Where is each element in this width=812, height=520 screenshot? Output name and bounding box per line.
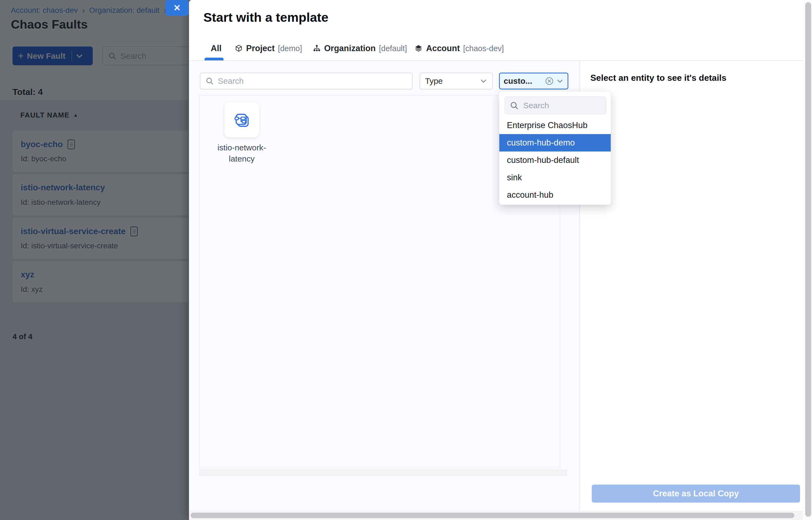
dropdown-option-account-hub[interactable]: account-hub (499, 186, 611, 204)
modal-close-button[interactable]: ✕ (165, 0, 189, 16)
layers-icon (414, 44, 423, 53)
create-button-label: Create as Local Copy (653, 489, 739, 498)
modal-horizontal-scrollbar-thumb[interactable] (191, 513, 794, 518)
chaoshub-filter-select[interactable]: custo... (499, 73, 568, 89)
tab-label: Project (246, 44, 274, 53)
search-icon (509, 101, 519, 110)
page-vertical-scrollbar-track (803, 0, 812, 520)
clear-filter-icon[interactable] (545, 76, 554, 86)
search-icon (205, 77, 214, 85)
screen: Account: chaos-dev › Organization: defau… (0, 0, 812, 520)
modal-title: Start with a template (203, 10, 329, 25)
org-tree-icon (313, 44, 321, 52)
close-icon: ✕ (174, 3, 181, 13)
details-panel: Select an entity to see it's details (580, 61, 803, 511)
grid-horizontal-scrollbar[interactable] (199, 470, 567, 476)
chaoshub-dropdown-menu: Enterprise ChaosHub custom-hub-demo cust… (499, 92, 611, 205)
experiment-template-icon (233, 111, 251, 129)
create-as-local-copy-button[interactable]: Create as Local Copy (592, 485, 800, 502)
dropdown-option-custom-hub-demo[interactable]: custom-hub-demo (499, 134, 611, 152)
dropdown-options-list: Enterprise ChaosHub custom-hub-demo cust… (499, 117, 611, 204)
chevron-down-icon (480, 77, 487, 85)
dropdown-search-box (504, 96, 607, 114)
chevron-down-icon (556, 77, 564, 85)
tab-scope: [default] (379, 44, 407, 53)
type-filter-value: Type (425, 76, 443, 86)
start-with-template-modal: Start with a template All Project [demo]… (189, 0, 803, 520)
tab-label: All (211, 44, 221, 53)
cube-icon (235, 44, 243, 52)
details-empty-message: Select an entity to see it's details (591, 73, 726, 83)
tab-scope: [demo] (278, 44, 302, 53)
dropdown-option-custom-hub-default[interactable]: custom-hub-default (499, 152, 611, 169)
template-search-box (200, 73, 413, 89)
dropdown-option-enterprise-chaoshub[interactable]: Enterprise ChaosHub (499, 117, 611, 134)
tab-all[interactable]: All (211, 44, 221, 53)
template-card-label: istio-network-latency (205, 142, 278, 164)
tab-label: Account (426, 44, 460, 53)
tab-organization[interactable]: Organization [default] (313, 44, 407, 53)
template-card-istio-network-latency[interactable] (224, 102, 259, 137)
tab-label: Organization (324, 44, 375, 53)
template-search-input[interactable] (218, 76, 407, 86)
dropdown-search-input[interactable] (523, 101, 601, 110)
tab-project[interactable]: Project [demo] (235, 44, 302, 53)
chaoshub-filter-value: custo... (504, 76, 532, 86)
tab-scope: [chaos-dev] (463, 44, 504, 53)
dropdown-option-sink[interactable]: sink (499, 169, 611, 186)
type-filter-select[interactable]: Type (420, 73, 493, 89)
page-vertical-scrollbar-thumb[interactable] (805, 2, 811, 517)
modal-horizontal-scrollbar-track (189, 511, 803, 520)
tab-account[interactable]: Account [chaos-dev] (414, 44, 504, 53)
active-tab-indicator (205, 58, 224, 60)
